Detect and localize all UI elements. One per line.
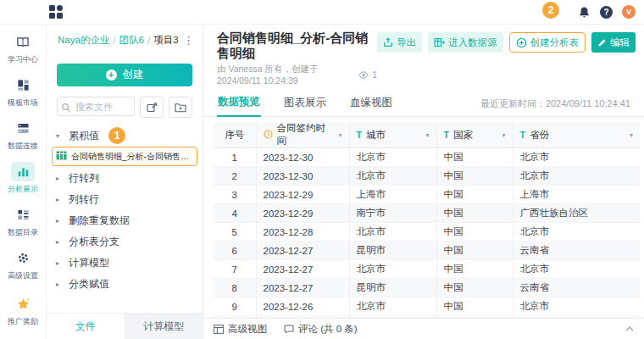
- chevron-right-icon: ▸: [56, 196, 63, 203]
- rail-item-learning-center[interactable]: 学习中心: [8, 32, 38, 65]
- avatar[interactable]: V: [622, 5, 636, 19]
- collapse-panel-icon[interactable]: [625, 326, 634, 331]
- rail-item-advanced-settings[interactable]: 高级设置: [8, 248, 38, 281]
- table-row: 72023-12-27北京市中国北京市: [214, 260, 640, 279]
- search-input[interactable]: [57, 97, 135, 116]
- rail-item-label: 学习中心: [8, 54, 38, 65]
- export-icon: [383, 37, 393, 47]
- tab-files[interactable]: 文件: [47, 314, 125, 339]
- table-cell: 3: [214, 186, 256, 204]
- table-cell: 2023-12-28: [256, 223, 349, 242]
- analysis-icon: [11, 162, 35, 181]
- tree-group-item[interactable]: ▸删除重复数据: [47, 210, 203, 231]
- table-cell: 4: [214, 204, 256, 223]
- rail-item-analysis-display[interactable]: 分析展示: [8, 162, 38, 195]
- owner-created-text: 由 Vanessa 所有，创建于 2024/09/11 10:24:39: [217, 64, 353, 86]
- help-icon[interactable]: ?: [600, 6, 613, 19]
- table-cell: 中国: [436, 260, 513, 279]
- column-header-label: 省份: [530, 129, 549, 142]
- chevron-down-icon: ▾: [56, 132, 63, 140]
- chevron-down-icon[interactable]: ▾: [425, 131, 429, 139]
- tree-group-label: 列转行: [69, 192, 99, 207]
- open-external-button[interactable]: [140, 97, 164, 118]
- chevron-down-icon[interactable]: ▾: [338, 131, 341, 139]
- tab-calc-model[interactable]: 计算模型: [125, 314, 203, 339]
- breadcrumb-item[interactable]: 团队6: [119, 34, 144, 47]
- chevron-right-icon: ▸: [56, 175, 63, 182]
- table-cell: 2023-12-29: [256, 186, 349, 204]
- table-cell: 昆明市: [349, 242, 436, 260]
- advanced-view-button[interactable]: 高级视图: [214, 323, 267, 336]
- breadcrumb-item[interactable]: Naya的企业: [58, 34, 109, 47]
- table-row: 32023-12-29上海市中国上海市: [214, 186, 640, 204]
- table-cell: 中国: [436, 204, 513, 223]
- tree-group-label: 分类赋值: [69, 277, 109, 292]
- tree-group-label: 累积值: [69, 129, 99, 143]
- comment-icon: [284, 325, 294, 334]
- tree-group-item[interactable]: ▸分类赋值: [47, 274, 203, 295]
- tree-group-item[interactable]: ▸列转行: [47, 189, 203, 210]
- table-cell: 2023-12-30: [256, 167, 349, 186]
- column-header[interactable]: 序号: [214, 122, 256, 148]
- table-cell: 中国: [436, 167, 513, 186]
- bell-icon[interactable]: [578, 6, 591, 19]
- rail-item-label: 数据目录: [8, 227, 38, 238]
- kebab-menu-icon[interactable]: ⋮: [183, 35, 194, 46]
- learning-icon: [11, 32, 35, 52]
- chevron-right-icon: ▸: [56, 217, 63, 225]
- file-tree: ▾累积值合同销售明细_分析-合同销售明细▸行转列▸列转行▸删除重复数据▸分析表分…: [47, 125, 203, 295]
- rail-item-promotion-rewards[interactable]: 推广奖励: [8, 294, 38, 327]
- new-folder-button[interactable]: [169, 97, 192, 118]
- tab-chart-display[interactable]: 图表展示: [283, 92, 327, 116]
- table-cell: 南宁市: [349, 204, 436, 223]
- reward-star-icon: [11, 294, 35, 314]
- tab-lineage-view[interactable]: 血缘视图: [349, 92, 393, 116]
- table-row: 22023-12-30北京市中国北京市: [214, 167, 640, 186]
- tab-data-preview[interactable]: 数据预览: [217, 91, 261, 117]
- chevron-down-icon[interactable]: ▾: [502, 131, 505, 139]
- rail-item-template-market[interactable]: 模板市场: [8, 75, 38, 108]
- table-cell: 中国: [436, 297, 513, 316]
- table-row: 12023-12-30北京市中国北京市: [214, 148, 640, 167]
- table-cell: 北京市: [513, 148, 640, 167]
- enter-datasource-button[interactable]: 进入数据源: [428, 32, 503, 53]
- tree-group-label: 行转列: [69, 171, 99, 186]
- table-cell: 北京市: [349, 297, 436, 316]
- column-header[interactable]: T国家▾: [436, 122, 513, 148]
- breadcrumb-separator: /: [113, 36, 115, 46]
- tree-group-item[interactable]: ▸分析表分支: [47, 231, 203, 253]
- app-logo-icon[interactable]: [49, 5, 64, 19]
- tree-group-item[interactable]: ▸计算模型: [47, 253, 203, 274]
- create-button[interactable]: + 创建: [57, 64, 192, 86]
- column-header[interactable]: 合同签约时间▾: [256, 122, 349, 148]
- data-catalog-icon: [11, 205, 35, 225]
- edit-button[interactable]: 编辑: [591, 32, 636, 53]
- table-cell: 9: [214, 297, 256, 316]
- chevron-down-icon[interactable]: ▾: [630, 131, 633, 139]
- column-header-label: 合同签约时间: [277, 122, 335, 147]
- text-type-icon: T: [520, 131, 525, 140]
- column-header[interactable]: T城市▾: [349, 122, 436, 148]
- column-header[interactable]: T省份▾: [513, 122, 640, 148]
- bottom-bar: 高级视图 评论 (共 0 条): [203, 318, 644, 339]
- rail-item-data-catalog[interactable]: 数据目录: [8, 205, 38, 238]
- tree-item-analysis-table[interactable]: 合同销售明细_分析-合同销售明细: [52, 147, 197, 166]
- view-count: 1: [372, 69, 377, 80]
- page-title: 合同销售明细_分析-合同销售明细: [217, 31, 377, 61]
- chevron-right-icon: ▸: [56, 238, 63, 246]
- table-cell: 2023-12-27: [256, 242, 349, 260]
- tree-group-label: 分析表分支: [69, 235, 119, 249]
- create-analysis-table-button[interactable]: 创建分析表: [509, 32, 586, 53]
- sidebar-bottom-tabs: 文件计算模型: [47, 313, 203, 339]
- comments-button[interactable]: 评论 (共 0 条): [284, 323, 358, 336]
- table-cell: 北京市: [349, 148, 436, 167]
- chevron-right-icon: ▸: [56, 259, 63, 267]
- table-cell: 北京市: [513, 223, 640, 242]
- breadcrumb-separator: /: [147, 36, 150, 46]
- advanced-view-icon: [214, 325, 224, 334]
- rail-item-data-connection[interactable]: 数据连接: [8, 119, 38, 152]
- export-button[interactable]: 导出: [377, 32, 422, 53]
- table-cell: 北京市: [513, 167, 640, 186]
- tree-group-item[interactable]: ▸行转列: [47, 168, 203, 189]
- breadcrumb-item: 项目3: [153, 34, 178, 47]
